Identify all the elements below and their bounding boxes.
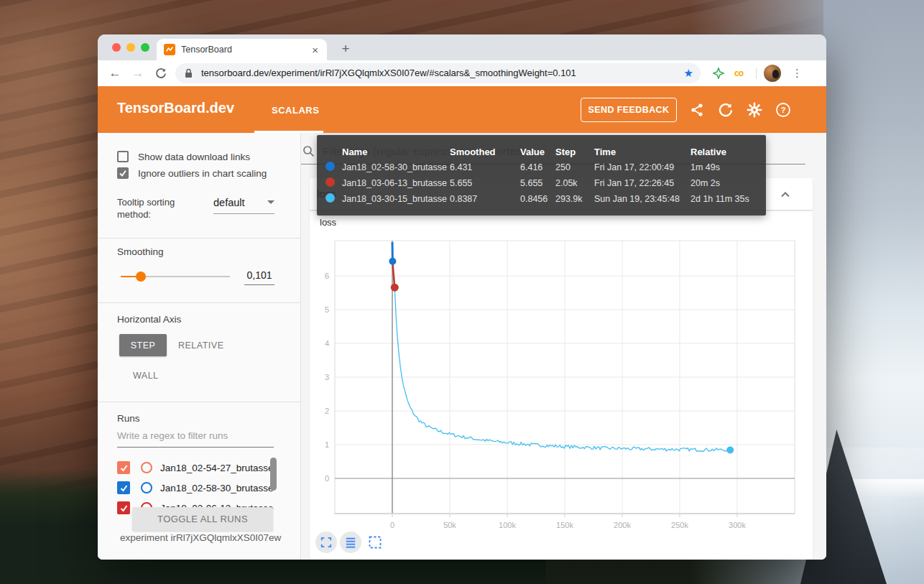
tooltip-col-header: Time	[594, 147, 690, 157]
back-icon[interactable]: ←	[106, 60, 124, 86]
tooltip-cell-time: Sun Jan 19, 23:45:48	[594, 194, 690, 204]
run-color-ring[interactable]	[141, 462, 152, 473]
refresh-icon[interactable]	[718, 102, 734, 118]
scalars-main-area: loss loss 050k100k150k200k250k300k012345…	[301, 133, 826, 560]
tooltip-row: Jan18_03-30-15_brutasse0.83870.8456293.9…	[317, 191, 766, 207]
fit-domain-button[interactable]	[364, 532, 386, 553]
tooltip-cell-relative: 1m 49s	[690, 162, 766, 172]
svg-text:6: 6	[325, 272, 329, 280]
tooltip-cell-smoothed: 5.655	[450, 178, 520, 188]
tooltip-sorting-select[interactable]: default	[213, 196, 274, 214]
run-checkbox[interactable]	[117, 461, 130, 474]
collapse-chevron-icon[interactable]	[777, 186, 794, 206]
axis-step-button[interactable]: STEP	[119, 334, 167, 356]
tooltip-sorting-label: Tooltip sorting method:	[117, 196, 196, 221]
tooltip-row: Jan18_02-58-30_brutasse6.4316.416250Fri …	[317, 159, 766, 175]
tooltip-sorting-value: default	[213, 197, 245, 208]
run-row[interactable]: Jan18_02-58-30_brutasse	[117, 478, 282, 498]
run-checkbox[interactable]	[117, 481, 130, 494]
show-download-links-label: Show data download links	[138, 152, 250, 162]
tooltip-cell-name: Jan18_02-58-30_brutasse	[342, 162, 450, 172]
lock-icon[interactable]	[185, 68, 193, 81]
browser-menu-icon[interactable]: ⋮	[792, 60, 803, 86]
browser-window: TensorBoard × + ← → tensorboard.dev/expe…	[98, 34, 826, 560]
divider	[98, 238, 300, 238]
svg-text:250k: 250k	[671, 521, 688, 529]
reload-icon[interactable]	[152, 60, 170, 86]
divider	[98, 402, 300, 402]
smoothing-label: Smoothing	[117, 246, 164, 257]
tab-strip: TensorBoard × +	[98, 34, 826, 60]
axis-wall-button[interactable]: WALL	[133, 371, 159, 381]
minimize-window-button[interactable]	[126, 43, 135, 52]
svg-text:4: 4	[325, 339, 329, 348]
toggle-all-runs-button[interactable]: TOGGLE ALL RUNS	[132, 507, 273, 531]
tab-scalars[interactable]: SCALARS	[272, 105, 319, 116]
brand-title: TensorBoard.dev	[117, 100, 234, 116]
run-name: Jan18_02-54-27_brutasse	[160, 463, 274, 473]
profile-avatar[interactable]	[764, 65, 781, 82]
run-name: Jan18_02-58-30_brutasse	[160, 483, 274, 493]
forward-icon[interactable]: →	[129, 60, 147, 86]
run-color-dot	[325, 162, 335, 171]
checkbox-checked[interactable]	[117, 167, 129, 179]
divider	[98, 302, 300, 303]
runs-label: Runs	[117, 413, 140, 424]
runs-scrollbar-thumb[interactable]	[270, 458, 277, 491]
svg-text:200k: 200k	[614, 521, 631, 529]
run-color-dot	[325, 193, 335, 203]
url-text[interactable]: tensorboard.dev/experiment/irRl7jXGQlqml…	[201, 63, 672, 83]
share-icon[interactable]	[689, 102, 705, 118]
runs-selector-button[interactable]	[340, 532, 361, 553]
loss-chart-svg[interactable]: 050k100k150k200k250k300k0123456	[310, 211, 813, 534]
omnibox[interactable]: tensorboard.dev/experiment/irRl7jXGQlqml…	[175, 63, 701, 83]
svg-text:0: 0	[325, 474, 329, 483]
close-tab-icon[interactable]: ×	[310, 44, 320, 56]
settings-gear-icon[interactable]	[747, 102, 762, 118]
checkbox-unchecked[interactable]	[117, 151, 129, 162]
svg-text:2: 2	[325, 407, 329, 415]
zoom-window-button[interactable]	[141, 43, 149, 52]
help-icon[interactable]: ?	[775, 102, 791, 118]
run-color-dot	[325, 177, 335, 187]
extension-stylus-icon[interactable]	[713, 68, 724, 82]
smoothing-slider-knob[interactable]	[136, 272, 146, 282]
chart-toolbar	[315, 532, 386, 553]
experiment-caption: experiment irRl7jXGQlqmlxXS0I07ew	[120, 532, 281, 543]
tooltip-col-header: Step	[555, 147, 594, 157]
tooltip-cell-step: 293.9k	[555, 194, 594, 204]
smoothing-value-field[interactable]: 0,101	[244, 269, 274, 285]
extension-colab-icon[interactable]: co	[734, 60, 743, 86]
svg-text:50k: 50k	[443, 521, 456, 529]
run-color-ring[interactable]	[141, 482, 152, 493]
horizontal-axis-label: Horizontal Axis	[117, 314, 181, 325]
runs-filter-input[interactable]	[117, 430, 274, 448]
svg-text:0: 0	[390, 521, 394, 529]
show-download-links-row[interactable]: Show data download links	[117, 151, 250, 162]
expand-chart-button[interactable]	[315, 532, 337, 553]
run-row[interactable]: Jan18_02-54-27_brutasse	[117, 458, 282, 478]
browser-tab[interactable]: TensorBoard ×	[157, 39, 327, 60]
send-feedback-button[interactable]: SEND FEEDBACK	[581, 98, 677, 122]
tooltip-cell-step: 2.05k	[555, 178, 594, 188]
settings-sidebar: Show data download links Ignore outliers…	[98, 133, 301, 560]
tooltip-header-row: NameSmoothedValueStepTimeRelative	[317, 144, 766, 159]
tooltip-col-header: Value	[520, 147, 555, 157]
tooltip-col-header: Smoothed	[450, 147, 520, 157]
svg-text:100k: 100k	[499, 521, 516, 529]
ignore-outliers-row[interactable]: Ignore outliers in chart scaling	[117, 167, 267, 179]
tooltip-row: Jan18_03-06-13_brutasse5.6555.6552.05kFr…	[317, 175, 766, 191]
close-window-button[interactable]	[112, 43, 121, 52]
new-tab-button[interactable]: +	[336, 40, 355, 58]
run-checkbox[interactable]	[117, 501, 130, 514]
tooltip-cell-smoothed: 0.8387	[450, 194, 520, 204]
tooltip-cell-name: Jan18_03-06-13_brutasse	[342, 178, 450, 188]
bookmark-star-icon[interactable]: ★	[684, 63, 693, 83]
axis-relative-button[interactable]: RELATIVE	[178, 340, 224, 351]
svg-text:?: ?	[781, 106, 786, 114]
tooltip-cell-name: Jan18_03-30-15_brutasse	[342, 194, 450, 204]
tooltip-cell-step: 250	[555, 162, 594, 172]
dropdown-caret-icon	[267, 200, 274, 204]
tooltip-cell-value: 0.8456	[520, 194, 555, 204]
tooltip-col-header: Relative	[690, 147, 766, 157]
